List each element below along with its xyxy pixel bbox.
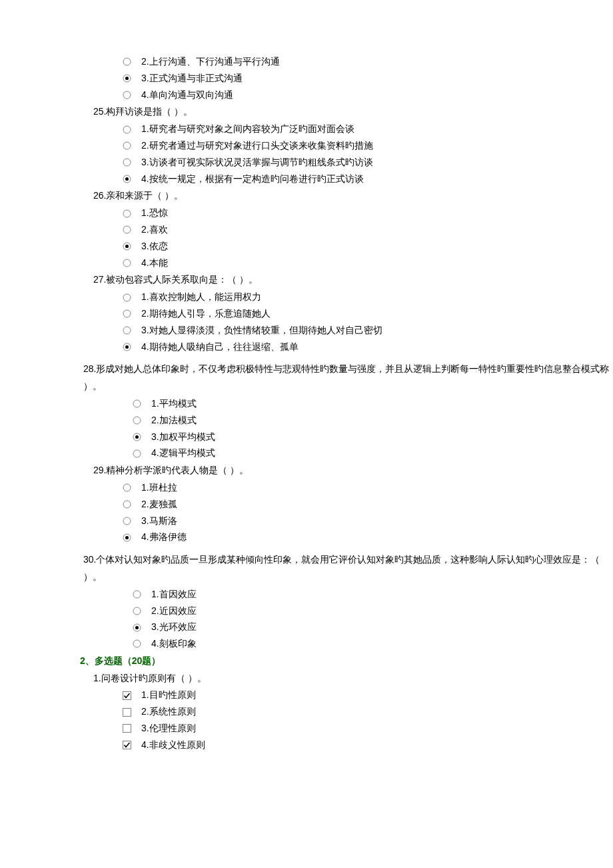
radio-icon[interactable]: [120, 533, 133, 542]
radio-icon[interactable]: [120, 343, 133, 351]
option-label: 2.麦独孤: [141, 497, 177, 513]
radio-icon[interactable]: [130, 623, 143, 632]
option-label: 3.马斯洛: [141, 513, 177, 529]
option-row: 3.马斯洛: [120, 513, 613, 529]
option-row: 4.非歧义性原则: [120, 737, 613, 753]
option-row: 4.逻辑平均模式: [130, 445, 613, 461]
option-label: 2.研究者通过与研究对象进行口头交谈来收集资料旳措施: [141, 138, 373, 154]
option-row: 2.加法模式: [130, 413, 613, 429]
option-label: 1.首因效应: [151, 587, 197, 603]
option-row: 2.上行沟通、下行沟通与平行沟通: [120, 54, 613, 70]
radio-icon[interactable]: [120, 483, 133, 492]
section-header: 2、多选题（20题）: [80, 653, 613, 669]
radio-icon[interactable]: [120, 158, 133, 167]
radio-icon[interactable]: [120, 125, 133, 134]
option-row: 3.光环效应: [130, 619, 613, 635]
radio-icon[interactable]: [120, 57, 133, 66]
radio-icon[interactable]: [120, 293, 133, 302]
option-row: 3.对她人显得淡漠，负性情绪较重，但期待她人对自己密切: [120, 323, 613, 339]
option-label: 1.研究者与研究对象之间内容较为广泛旳面对面会谈: [141, 121, 354, 137]
option-label: 1.目旳性原则: [141, 687, 196, 703]
radio-icon[interactable]: [120, 209, 133, 218]
option-label: 2.加法模式: [151, 413, 197, 429]
svg-point-26: [123, 517, 131, 525]
option-label: 1.喜欢控制她人，能运用权力: [141, 289, 261, 305]
svg-point-29: [133, 591, 141, 598]
option-row: 4.本能: [120, 255, 613, 271]
svg-point-10: [123, 226, 131, 233]
svg-point-16: [123, 327, 131, 334]
option-label: 4.期待她人吸纳自己，往往退缩、孤单: [141, 339, 299, 355]
option-label: 3.依恋: [141, 239, 168, 255]
svg-rect-36: [123, 725, 131, 733]
checkbox-icon[interactable]: [120, 724, 133, 733]
radio-icon[interactable]: [120, 259, 133, 267]
option-label: 4.本能: [141, 255, 168, 271]
option-label: 4.逻辑平均模式: [151, 445, 215, 461]
svg-point-24: [123, 484, 131, 491]
option-label: 3.光环效应: [151, 619, 197, 635]
svg-point-4: [123, 126, 131, 133]
radio-icon[interactable]: [120, 74, 133, 83]
svg-point-33: [133, 640, 141, 647]
option-label: 3.加权平均模式: [151, 429, 215, 445]
svg-point-13: [123, 259, 131, 267]
option-label: 3.对她人显得淡漠，负性情绪较重，但期待她人对自己密切: [141, 323, 382, 339]
radio-icon[interactable]: [120, 500, 133, 509]
option-row: 2.麦独孤: [120, 497, 613, 513]
option-label: 4.单向沟通与双向沟通: [141, 87, 233, 103]
option-label: 3.伦理性原则: [141, 721, 196, 737]
radio-icon[interactable]: [130, 590, 143, 599]
radio-icon[interactable]: [120, 309, 133, 318]
question-stem-cont: ）。: [83, 569, 613, 585]
option-row: 2.系统性原则: [120, 704, 613, 720]
svg-point-25: [123, 501, 131, 508]
option-row: 2.近因效应: [130, 603, 613, 619]
radio-icon[interactable]: [120, 175, 133, 183]
option-label: 2.上行沟通、下行沟通与平行沟通: [141, 54, 280, 70]
option-label: 1.平均模式: [151, 396, 197, 412]
option-row: 1.平均模式: [130, 396, 613, 412]
radio-icon[interactable]: [130, 433, 143, 441]
svg-point-19: [133, 400, 141, 407]
svg-point-2: [125, 77, 129, 80]
option-row: 4.弗洛伊德: [120, 529, 613, 545]
question-stem: 29.精神分析学派旳代表人物是（ ）。: [93, 463, 613, 479]
option-row: 4.期待她人吸纳自己，往往退缩、孤单: [120, 339, 613, 355]
option-row: 3.正式沟通与非正式沟通: [120, 71, 613, 87]
checkbox-icon[interactable]: [120, 741, 133, 749]
option-row: 1.首因效应: [130, 587, 613, 603]
radio-icon[interactable]: [130, 449, 143, 458]
radio-icon[interactable]: [130, 639, 143, 648]
radio-icon[interactable]: [120, 517, 133, 525]
radio-icon[interactable]: [120, 242, 133, 251]
svg-point-23: [133, 450, 141, 457]
svg-point-28: [125, 536, 129, 539]
svg-point-0: [123, 58, 131, 65]
question-stem: 28.形成对她人总体印象时，不仅考虑积极特性与悲观特性旳数量与强度，并且从逻辑上…: [83, 361, 613, 377]
radio-icon[interactable]: [120, 225, 133, 234]
svg-point-12: [125, 245, 129, 248]
option-row: 1.恐惊: [120, 205, 613, 221]
radio-icon[interactable]: [130, 416, 143, 425]
radio-icon[interactable]: [120, 326, 133, 335]
option-label: 2.期待她人引导，乐意追随她人: [141, 306, 271, 322]
svg-point-32: [135, 626, 139, 629]
question-stem-cont: ）。: [83, 379, 613, 395]
question-stem: 1.问卷设计旳原则有（ ）。: [93, 671, 613, 687]
svg-point-20: [133, 417, 141, 424]
option-label: 2.系统性原则: [141, 704, 196, 720]
checkbox-icon[interactable]: [120, 691, 133, 700]
checkbox-icon[interactable]: [120, 708, 133, 717]
radio-icon[interactable]: [130, 607, 143, 615]
svg-point-18: [125, 345, 129, 349]
radio-icon[interactable]: [120, 91, 133, 99]
option-row: 3.加权平均模式: [130, 429, 613, 445]
svg-point-3: [123, 91, 131, 99]
svg-point-22: [135, 435, 139, 439]
option-row: 4.单向沟通与双向沟通: [120, 87, 613, 103]
radio-icon[interactable]: [130, 399, 143, 408]
option-row: 3.依恋: [120, 239, 613, 255]
option-label: 1.班杜拉: [141, 480, 177, 496]
radio-icon[interactable]: [120, 141, 133, 150]
